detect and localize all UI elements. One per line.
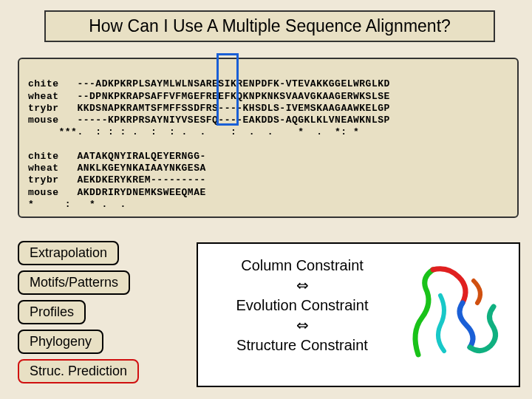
seq-label: trybr [28,103,59,114]
seq-row: -----KPKRPRSAYNIYVSESFQ----EAKDDS-AQGKLK… [77,115,389,126]
alignment-panel: chite ---ADKPKRPLSAYMLWLNSARESIKRENPDFK-… [18,58,519,218]
seq-label: chite [28,78,59,89]
seq-row: ANKLKGEYNKAIAAYNKGESA [77,163,205,174]
seq-row: ---ADKPKRPLSAYMLWLNSARESIKRENPDFK-VTEVAK… [77,78,389,89]
extrapolation-button[interactable]: Extrapolation [18,241,119,265]
seq-label: mouse [28,115,59,126]
arrow-icon: ⇔ [210,316,395,335]
seq-row: KKDSNAPKRAMTSFMFFSSDFRS----KHSDLS-IVEMSK… [77,103,389,114]
constraint-panel: Column Constraint ⇔ Evolution Constraint… [197,242,520,387]
motifs-button[interactable]: Motifs/Patterns [18,270,130,295]
btn-label: Profiles [30,304,74,319]
seq-label: trybr [28,174,59,185]
btn-label: Struc. Prediction [30,364,127,378]
seq-row: --DPNKPKRAPSAFFVFMGEFREEFKQKNPKNKSVAAVGK… [77,91,389,102]
page-title: How Can I Use A Multiple Sequence Alignm… [44,10,495,42]
seq-row: AATAKQNYIRALQEYERNGG- [77,151,205,162]
seq-label: chite [28,151,59,162]
struc-prediction-button[interactable]: Struc. Prediction [18,359,139,383]
seq-label: mouse [28,187,59,198]
btn-label: Motifs/Patterns [30,275,118,290]
protein-structure-icon [403,259,507,369]
seq-row: AEKDKERYKREM--------- [77,174,205,185]
btn-label: Phylogeny [30,334,92,349]
seq-label: wheat [28,91,59,102]
consensus-row: * : * . . [28,199,126,210]
phylogeny-button[interactable]: Phylogeny [18,330,103,354]
title-text: How Can I Use A Multiple Sequence Alignm… [89,16,451,35]
constraint-line: Structure Constraint [210,335,395,355]
seq-row: AKDDRIRYDNEMKSWEEQMAE [77,187,205,198]
constraint-line: Evolution Constraint [210,296,395,316]
profiles-button[interactable]: Profiles [18,300,86,324]
consensus-row: ***. : : : . : : . . : . . * . *: * [28,126,359,137]
arrow-icon: ⇔ [210,276,395,296]
constraint-line: Column Constraint [210,256,395,276]
seq-label: wheat [28,163,59,174]
btn-label: Extrapolation [30,245,107,260]
constraint-text: Column Constraint ⇔ Evolution Constraint… [210,256,395,355]
